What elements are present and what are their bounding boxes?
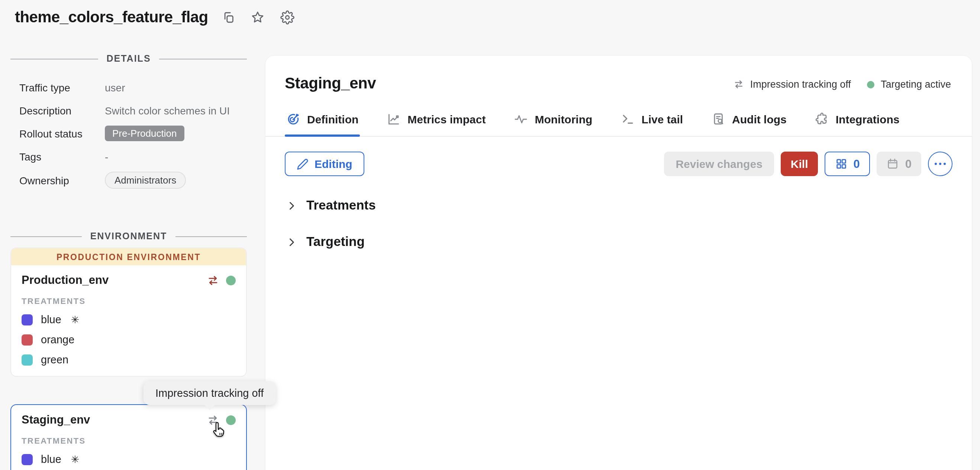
details-section: DETAILS Traffic type user Description Sw… (10, 54, 247, 189)
tab-live-tail[interactable]: Live tail (620, 112, 683, 136)
pending-changes-button[interactable]: 0 (825, 152, 870, 176)
divider (175, 236, 247, 237)
detail-label: Tags (19, 151, 105, 162)
chevron-right-icon (286, 200, 297, 211)
tab-metrics-impact[interactable]: Metrics impact (387, 112, 485, 136)
kill-button[interactable]: Kill (781, 152, 818, 176)
chart-icon (387, 112, 401, 126)
environment-card-production[interactable]: PRODUCTION ENVIRONMENT Production_env TR… (10, 248, 247, 377)
environment-name: Staging_env (22, 413, 90, 427)
section-label: Treatments (306, 198, 376, 213)
targeting-active-dot (867, 81, 875, 88)
environment-name: Production_env (22, 273, 108, 287)
divider (159, 58, 247, 59)
ellipsis-icon (939, 163, 942, 165)
page: theme_colors_feature_flag DETAILS Traffi… (0, 0, 980, 470)
detail-value: user (105, 81, 125, 93)
page-title: theme_colors_feature_flag (15, 8, 208, 26)
environment-detail-panel: Staging_env Impression tracking off Targ… (266, 56, 972, 470)
detail-row-traffic-type: Traffic type user (19, 79, 247, 95)
detail-label: Rollout status (19, 127, 105, 139)
default-treatment-asterisk-icon: ✳ (71, 314, 80, 326)
section-treatments[interactable]: Treatments (286, 198, 953, 213)
tab-label: Audit logs (732, 113, 787, 125)
target-icon (286, 112, 301, 126)
treatment-name: green (41, 354, 68, 365)
terminal-icon (620, 112, 635, 126)
impression-status-label: Impression tracking off (750, 79, 851, 90)
treatment-swatch (22, 454, 33, 465)
star-icon[interactable] (251, 10, 265, 24)
environment-title: Staging_env (285, 74, 376, 92)
targeting-active-dot (226, 275, 236, 285)
treatment-swatch (22, 314, 33, 325)
audit-logs-icon (711, 112, 725, 126)
tab-label: Live tail (641, 113, 683, 125)
treatment-row: orange (22, 333, 236, 346)
ellipsis-icon (935, 163, 937, 165)
section-label: Targeting (306, 234, 365, 250)
calendar-icon (887, 157, 899, 170)
detail-label: Description (19, 105, 105, 116)
targeting-status: Targeting active (867, 79, 951, 90)
detail-value: Switch color schemes in UI (105, 105, 230, 116)
detail-row-ownership: Ownership Administrators (19, 171, 247, 189)
more-options-button[interactable] (928, 152, 953, 176)
default-treatment-asterisk-icon: ✳ (71, 453, 80, 465)
treatment-swatch (22, 334, 33, 345)
treatment-row: green (22, 354, 236, 365)
chevron-right-icon (286, 237, 297, 247)
detail-label: Traffic type (19, 81, 105, 93)
rollout-status-badge: Pre-Production (105, 125, 184, 141)
details-heading-label: DETAILS (106, 54, 151, 64)
details-heading: DETAILS (10, 54, 247, 64)
treatment-name: blue (41, 453, 61, 465)
section-targeting[interactable]: Targeting (286, 234, 953, 250)
mouse-cursor-hand-icon (210, 421, 228, 440)
header-actions (222, 10, 294, 24)
impression-tracking-icon (733, 79, 744, 90)
tab-monitoring[interactable]: Monitoring (514, 112, 592, 136)
treatments-heading: TREATMENTS (22, 297, 236, 305)
divider (10, 236, 82, 237)
tab-label: Integrations (836, 113, 900, 125)
treatments-heading: TREATMENTS (22, 436, 236, 445)
production-environment-banner: PRODUCTION ENVIRONMENT (11, 248, 246, 265)
treatment-row: blue ✳ (22, 314, 236, 326)
pencil-icon (297, 158, 309, 170)
divider (10, 58, 98, 59)
pulse-icon (514, 112, 528, 126)
scheduled-changes-count: 0 (905, 157, 912, 170)
impression-tracking-status: Impression tracking off (733, 79, 851, 90)
treatment-name: orange (41, 333, 74, 346)
detail-row-tags: Tags - (19, 149, 247, 164)
pending-changes-count: 0 (854, 157, 860, 170)
tab-label: Definition (307, 113, 358, 125)
puzzle-icon (815, 112, 829, 126)
action-bar: Editing Review changes Kill 0 0 (266, 137, 972, 176)
ellipsis-icon (943, 163, 946, 165)
scheduled-changes-button[interactable]: 0 (877, 152, 921, 176)
tab-definition[interactable]: Definition (286, 112, 358, 136)
gear-icon[interactable] (280, 10, 294, 24)
detail-row-rollout-status: Rollout status Pre-Production (19, 125, 247, 141)
detail-label: Ownership (19, 174, 105, 186)
tab-label: Metrics impact (407, 113, 485, 125)
environment-heading: ENVIRONMENT (10, 231, 247, 241)
tab-integrations[interactable]: Integrations (815, 112, 900, 136)
tab-bar: Definition Metrics impact Monitoring Liv… (266, 92, 972, 137)
impression-tracking-tooltip: Impression tracking off (143, 381, 275, 405)
editing-label: Editing (315, 157, 352, 170)
editing-button[interactable]: Editing (285, 152, 364, 176)
tab-label: Monitoring (535, 113, 592, 125)
grid-icon (835, 157, 848, 170)
impression-tracking-icon[interactable] (207, 274, 220, 286)
tab-audit-logs[interactable]: Audit logs (711, 112, 787, 136)
treatment-swatch (22, 354, 33, 365)
review-changes-button[interactable]: Review changes (663, 152, 774, 176)
detail-value: - (105, 151, 108, 162)
treatment-name: blue (41, 314, 61, 326)
copy-icon[interactable] (222, 11, 235, 24)
app-header: theme_colors_feature_flag (15, 8, 294, 26)
ownership-chip[interactable]: Administrators (105, 171, 186, 189)
